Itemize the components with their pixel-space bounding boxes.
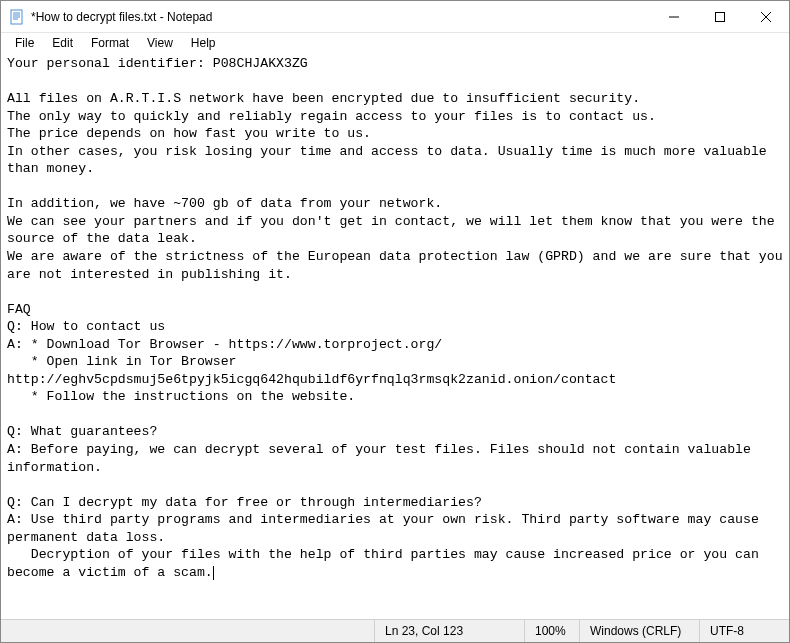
text-editor-content[interactable]: Your personal identifier: P08CHJAKX3ZG A… [1, 53, 789, 619]
menu-edit[interactable]: Edit [44, 34, 81, 52]
status-encoding: UTF-8 [699, 620, 789, 642]
window-title: *How to decrypt files.txt - Notepad [31, 10, 212, 24]
window-controls [651, 1, 789, 32]
minimize-icon [669, 12, 679, 22]
close-button[interactable] [743, 1, 789, 33]
text-caret [213, 566, 214, 580]
titlebar[interactable]: *How to decrypt files.txt - Notepad [1, 1, 789, 33]
notepad-window: *How to decrypt files.txt - Notepad [0, 0, 790, 643]
maximize-button[interactable] [697, 1, 743, 33]
close-icon [761, 12, 771, 22]
status-position: Ln 23, Col 123 [374, 620, 524, 642]
menu-format[interactable]: Format [83, 34, 137, 52]
svg-rect-6 [716, 13, 725, 22]
menubar: File Edit Format View Help [1, 33, 789, 53]
statusbar: Ln 23, Col 123 100% Windows (CRLF) UTF-8 [1, 619, 789, 642]
minimize-button[interactable] [651, 1, 697, 33]
titlebar-left: *How to decrypt files.txt - Notepad [9, 9, 212, 25]
status-lineending: Windows (CRLF) [579, 620, 699, 642]
notepad-icon [9, 9, 25, 25]
document-text: Your personal identifier: P08CHJAKX3ZG A… [7, 56, 789, 580]
status-zoom: 100% [524, 620, 579, 642]
menu-help[interactable]: Help [183, 34, 224, 52]
menu-file[interactable]: File [7, 34, 42, 52]
maximize-icon [715, 12, 725, 22]
menu-view[interactable]: View [139, 34, 181, 52]
